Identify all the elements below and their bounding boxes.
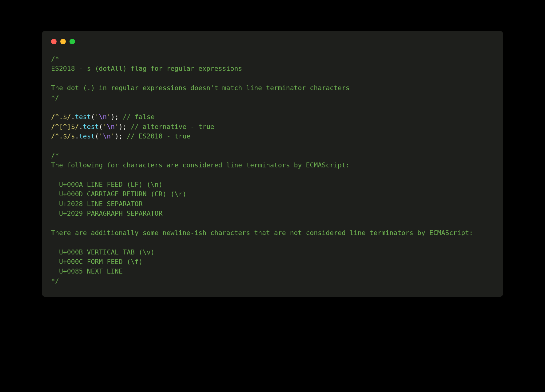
space	[119, 113, 123, 121]
method-test: test	[75, 113, 91, 121]
code-block: /* ES2018 - s (dotAll) flag for regular …	[51, 54, 494, 286]
string-quote: '	[107, 113, 111, 121]
code-line-1: /^.$/.test('\n'); // false	[51, 113, 155, 121]
paren-open: (	[95, 132, 99, 140]
escape-newline: \n	[99, 113, 107, 121]
string-quote: '	[95, 113, 99, 121]
string-quote: '	[99, 132, 103, 140]
string-quote: '	[111, 132, 115, 140]
window-controls	[51, 39, 494, 44]
paren-close: );	[111, 113, 119, 121]
code-line-2: /^[^]$/.test('\n'); // alternative - tru…	[51, 123, 214, 130]
code-line-3: /^.$/s.test('\n'); // ES2018 - true	[51, 132, 190, 140]
minimize-icon[interactable]	[60, 39, 66, 44]
space	[127, 123, 131, 130]
regex-literal: /^.$/	[51, 113, 71, 121]
comment-block-1: /* ES2018 - s (dotAll) flag for regular …	[51, 55, 350, 102]
space	[123, 132, 127, 140]
code-window: /* ES2018 - s (dotAll) flag for regular …	[42, 31, 503, 297]
paren-open: (	[99, 123, 103, 130]
dot-operator: .	[75, 132, 79, 140]
paren-close: );	[115, 132, 123, 140]
regex-literal: /^[^]$/	[51, 123, 79, 130]
line-comment: // alternative - true	[131, 123, 214, 130]
line-comment: // false	[123, 113, 155, 121]
string-quote: '	[115, 123, 119, 130]
line-comment: // ES2018 - true	[127, 132, 190, 140]
string-quote: '	[103, 123, 107, 130]
paren-close: );	[119, 123, 127, 130]
escape-newline: \n	[107, 123, 115, 130]
method-test: test	[79, 132, 95, 140]
dot-operator: .	[71, 113, 75, 121]
comment-block-2: /* The following for characters are cons…	[51, 152, 473, 285]
close-icon[interactable]	[51, 39, 57, 44]
escape-newline: \n	[103, 132, 111, 140]
method-test: test	[83, 123, 99, 130]
regex-literal: /^.$/s	[51, 132, 75, 140]
paren-open: (	[91, 113, 95, 121]
dot-operator: .	[79, 123, 83, 130]
zoom-icon[interactable]	[70, 39, 75, 44]
